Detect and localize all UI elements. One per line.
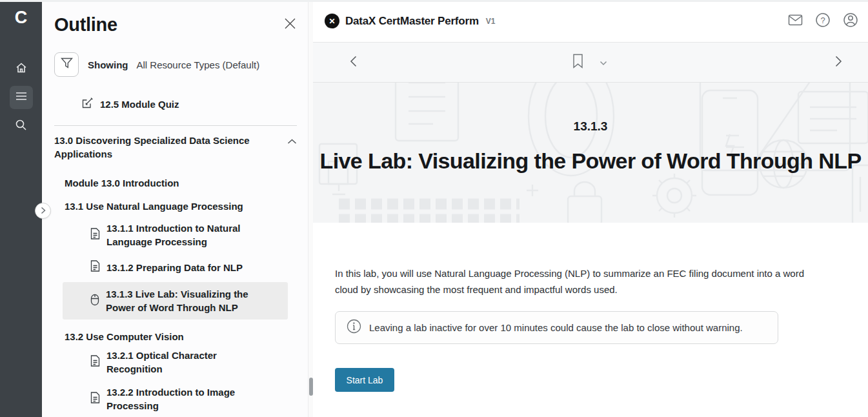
close-outline-button[interactable] (283, 18, 297, 32)
bookmark-button[interactable] (570, 55, 585, 70)
outline-item-module-intro[interactable]: Module 13.0 Introduction (54, 178, 297, 188)
chevron-down-icon (600, 57, 607, 68)
home-button[interactable] (10, 57, 33, 81)
outline-item-13-1[interactable]: 13.1 Use Natural Language Processing (54, 201, 297, 212)
mail-icon (788, 14, 803, 28)
chevron-up-icon (287, 136, 297, 147)
outline-item-13-2[interactable]: 13.2 Use Computer Vision (54, 331, 297, 342)
bookmark-menu-button[interactable] (596, 55, 611, 70)
outline-title: Outline (54, 14, 117, 36)
course-title: DataX CertMaster Perform (345, 15, 479, 28)
outline-item-label: 13.1.1 Introduction to Natural Language … (106, 221, 254, 249)
account-button[interactable] (842, 13, 859, 30)
lab-inactivity-notice: Leaving a lab inactive for over 10 minut… (335, 311, 778, 344)
mouse-icon (90, 294, 99, 309)
info-icon (347, 319, 361, 336)
outline-panel: Outline Showing All Resource Types (Defa… (42, 0, 313, 417)
outline-item-module-quiz[interactable]: 12.5 Module Quiz (54, 97, 297, 112)
outline-item-label: 13.2.1 Optical Character Recognition (106, 349, 254, 376)
outline-menu-button[interactable] (10, 86, 33, 109)
lesson-number: 13.1.3 (574, 119, 608, 134)
document-icon (90, 392, 100, 406)
outline-item-13-2-1[interactable]: 13.2.1 Optical Character Recognition (54, 349, 297, 376)
help-button[interactable]: ? (814, 13, 831, 30)
lesson-banner: 13.1.3 Live Lab: Visualizing the Power o… (313, 83, 868, 223)
search-icon (15, 119, 27, 134)
help-icon: ? (815, 12, 831, 30)
bookmark-icon (572, 54, 583, 71)
notice-text: Leaving a lab inactive for over 10 minut… (369, 322, 743, 333)
outline-item-label: 12.5 Module Quiz (100, 99, 179, 110)
outline-item-label: 13.2.2 Introduction to Image Processing (106, 385, 254, 412)
lesson-description: In this lab, you will use Natural Langua… (335, 265, 811, 298)
outline-divider (54, 125, 297, 126)
filter-button[interactable] (54, 52, 79, 77)
main-area: ✕ DataX CertMaster Perform V1 ? (313, 0, 868, 417)
messages-button[interactable] (787, 13, 803, 30)
outline-item-13-1-2[interactable]: 13.1.2 Preparing Data for NLP (54, 260, 297, 274)
chevron-right-icon (835, 56, 842, 70)
app-window: C Outline (0, 0, 868, 417)
datax-logo-icon: ✕ (325, 14, 339, 28)
document-icon (90, 260, 100, 274)
outline-collapse-toggle[interactable] (35, 203, 51, 219)
course-header: ✕ DataX CertMaster Perform V1 ? (313, 0, 868, 43)
course-version-badge: V1 (486, 17, 496, 26)
home-icon (15, 61, 28, 77)
brand: ✕ DataX CertMaster Perform V1 (325, 14, 496, 28)
outline-item-module-13[interactable]: 13.0 Discovering Specialized Data Scienc… (54, 134, 297, 161)
account-icon (843, 12, 858, 30)
start-lab-button[interactable]: Start Lab (335, 368, 394, 392)
outline-scrollbar-thumb[interactable] (309, 378, 313, 396)
comptia-logo: C (15, 9, 28, 26)
outline-item-13-2-2[interactable]: 13.2.2 Introduction to Image Processing (54, 385, 297, 412)
funnel-icon (61, 57, 73, 72)
chevron-left-icon (350, 56, 357, 70)
edit-icon (81, 97, 94, 112)
lesson-title: Live Lab: Visualizing the Power of Word … (320, 148, 862, 174)
outline-item-label: 13.1.3 Live Lab: Visualizing the Power o… (106, 287, 253, 314)
filter-showing-label: Showing (88, 59, 128, 70)
outline-scrollbar[interactable] (308, 0, 313, 417)
svg-text:?: ? (820, 15, 825, 25)
lesson-nav-bar (313, 43, 868, 83)
outline-item-13-1-3-selected[interactable]: 13.1.3 Live Lab: Visualizing the Power o… (63, 282, 288, 320)
chevron-right-icon (41, 205, 46, 217)
lesson-content: In this lab, you will use Natural Langua… (313, 223, 868, 392)
outline-item-13-1-1[interactable]: 13.1.1 Introduction to Natural Language … (54, 221, 297, 249)
document-icon (90, 228, 100, 242)
close-icon (284, 17, 296, 32)
previous-lesson-button[interactable] (345, 55, 361, 70)
outline-item-label: 13.0 Discovering Specialized Data Scienc… (54, 134, 267, 161)
outline-menu-icon (15, 92, 27, 103)
filter-value: All Resource Types (Default) (137, 59, 260, 70)
next-lesson-button[interactable] (831, 55, 846, 70)
window-top-edge (0, 0, 868, 2)
search-button[interactable] (10, 114, 33, 137)
collapse-module-button[interactable] (287, 136, 297, 147)
outline-item-label: 13.1.2 Preparing Data for NLP (106, 261, 243, 274)
document-icon (90, 355, 100, 369)
